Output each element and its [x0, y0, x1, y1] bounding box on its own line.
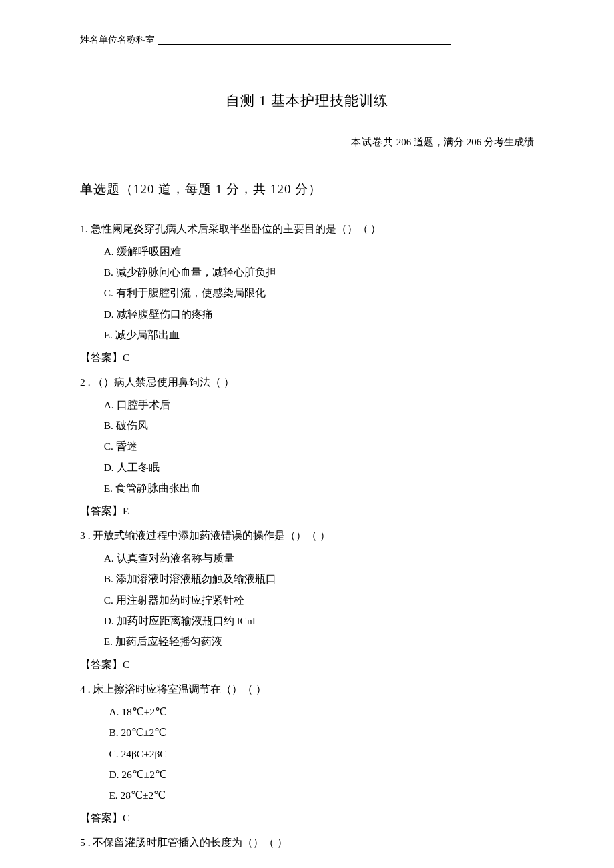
- question-options: A. 缓解呼吸困难 B. 减少静脉问心血量，减轻心脏负担 C. 有利于腹腔引流，…: [80, 242, 534, 345]
- answer-label: 【答案】: [80, 352, 123, 363]
- question-options: A. 18℃±2℃ B. 20℃±2℃ C. 24βC±2βC D. 26℃±2…: [80, 702, 534, 805]
- option-e: E. 加药后应轻轻摇匀药液: [104, 632, 534, 651]
- question-text: 开放式输液过程中添加药液错误的操作是（）（ ）: [93, 530, 330, 541]
- option-a: A. 18℃±2℃: [109, 702, 534, 721]
- option-a: A. 缓解呼吸困难: [104, 242, 534, 261]
- question-stem: 1. 急性阑尾炎穿孔病人术后采取半坐卧位的主要目的是（）（ ）: [80, 219, 534, 238]
- question-text: 床上擦浴时应将室温调节在（）（ ）: [93, 683, 266, 695]
- question-block: 5 . 不保留灌肠时肛管插入的长度为（）（ ）: [80, 833, 534, 852]
- option-a: A. 口腔手术后: [104, 395, 534, 414]
- question-block: 4 . 床上擦浴时应将室温调节在（）（ ） A. 18℃±2℃ B. 20℃±2…: [80, 679, 534, 805]
- option-c: C. 用注射器加药时应拧紧针栓: [104, 590, 534, 610]
- document-page: 姓名单位名称科室 自测 1 基本护理技能训练 本试卷共 206 道题，满分 20…: [0, 0, 614, 868]
- option-d: D. 26℃±2℃: [109, 765, 534, 784]
- subtitle-mid2: 分考生成绩: [484, 137, 534, 147]
- answer-value: C: [123, 352, 129, 363]
- question-text: 急性阑尾炎穿孔病人术后采取半坐卧位的主要目的是（）（ ）: [91, 223, 382, 234]
- answer-value: C: [123, 812, 129, 823]
- option-d: D. 人工冬眠: [104, 458, 534, 477]
- question-block: 2 . （）病人禁忌使用鼻饲法（ ） A. 口腔手术后 B. 破伤风 C. 昏迷…: [80, 372, 534, 498]
- header-label: 姓名单位名称科室: [80, 35, 155, 45]
- option-d: D. 减轻腹壁伤口的疼痛: [104, 304, 534, 324]
- option-b: B. 添加溶液时溶液瓶勿触及输液瓶口: [104, 569, 534, 588]
- answer-label: 【答案】: [80, 505, 123, 516]
- question-block: 3 . 开放式输液过程中添加药液错误的操作是（）（ ） A. 认真查对药液名称与…: [80, 526, 534, 652]
- answer-line: 【答案】C: [80, 655, 534, 674]
- section-heading: 单选题（120 道，每题 1 分，共 120 分）: [80, 177, 534, 201]
- question-options: A. 口腔手术后 B. 破伤风 C. 昏迷 D. 人工冬眠 E. 食管静脉曲张出…: [80, 395, 534, 498]
- subtitle-question-count: 206: [396, 137, 412, 147]
- option-e: E. 28℃±2℃: [109, 785, 534, 805]
- document-subtitle: 本试卷共 206 道题，满分 206 分考生成绩: [80, 133, 534, 152]
- option-b: B. 破伤风: [104, 416, 534, 435]
- question-text: （）病人禁忌使用鼻饲法（ ）: [93, 376, 234, 388]
- question-stem: 3 . 开放式输液过程中添加药液错误的操作是（）（ ）: [80, 526, 534, 545]
- question-text: 不保留灌肠时肛管插入的长度为（）（ ）: [93, 837, 288, 848]
- question-number: 4 .: [80, 683, 91, 695]
- option-b: B. 减少静脉问心血量，减轻心脏负担: [104, 262, 534, 282]
- question-number: 2 .: [80, 376, 91, 388]
- answer-label: 【答案】: [80, 812, 123, 823]
- document-title: 自测 1 基本护理技能训练: [80, 88, 534, 115]
- question-block: 1. 急性阑尾炎穿孔病人术后采取半坐卧位的主要目的是（）（ ） A. 缓解呼吸困…: [80, 219, 534, 345]
- question-number: 5 .: [80, 837, 91, 848]
- question-stem: 2 . （）病人禁忌使用鼻饲法（ ）: [80, 372, 534, 392]
- subtitle-mid1: 道题，满分: [414, 137, 464, 147]
- answer-line: 【答案】C: [80, 808, 534, 827]
- answer-line: 【答案】E: [80, 501, 534, 520]
- answer-value: C: [123, 659, 129, 670]
- question-options: A. 认真查对药液名称与质量 B. 添加溶液时溶液瓶勿触及输液瓶口 C. 用注射…: [80, 548, 534, 652]
- header-underline: [158, 35, 451, 45]
- subtitle-full-score: 206: [467, 137, 482, 147]
- question-stem: 4 . 床上擦浴时应将室温调节在（）（ ）: [80, 679, 534, 699]
- option-c: C. 有利于腹腔引流，使感染局限化: [104, 283, 534, 302]
- question-number: 3 .: [80, 530, 91, 541]
- subtitle-prefix: 本试卷共: [351, 137, 394, 147]
- answer-value: E: [123, 505, 129, 516]
- answer-line: 【答案】C: [80, 348, 534, 367]
- option-b: B. 20℃±2℃: [109, 723, 534, 742]
- option-e: E. 食管静脉曲张出血: [104, 478, 534, 498]
- header-line: 姓名单位名称科室: [80, 31, 534, 49]
- option-c: C. 24βC±2βC: [109, 744, 534, 763]
- option-e: E. 减少局部出血: [104, 325, 534, 344]
- question-stem: 5 . 不保留灌肠时肛管插入的长度为（）（ ）: [80, 833, 534, 852]
- question-number: 1.: [80, 223, 88, 234]
- answer-label: 【答案】: [80, 659, 123, 670]
- option-d: D. 加药时应距离输液瓶口约 ICnI: [104, 611, 534, 630]
- option-a: A. 认真查对药液名称与质量: [104, 548, 534, 568]
- option-c: C. 昏迷: [104, 436, 534, 456]
